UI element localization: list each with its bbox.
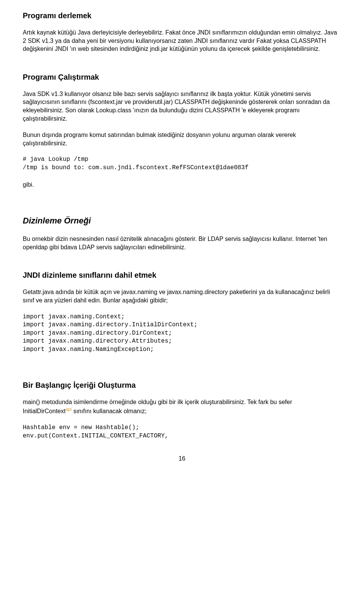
- paragraph-dizinleme-intro: Bu ornekbir dizin nesnesinden nasıl özni…: [23, 235, 341, 251]
- paragraph-run-cmdline: Bunun dışında programı komut satırından …: [23, 131, 341, 147]
- heading-initial-context: Bir Başlangıç İçeriği Oluşturma: [23, 381, 341, 390]
- page-number: 16: [23, 455, 341, 462]
- heading-dizinleme-ornegi: Dizinleme Örneği: [23, 216, 341, 226]
- heading-run: Programı Çalıştırmak: [23, 73, 341, 82]
- paragraph-initialdircontext: main() metodunda isimlendirme örneğinde …: [23, 398, 341, 415]
- paragraph-gibi: gibi.: [23, 181, 341, 189]
- heading-jndi-classes: JNDI dizinleme sınıflarını dahil etmek: [23, 271, 341, 280]
- heading-compile: Programı derlemek: [23, 11, 341, 20]
- code-imports: import javax.naming.Context; import java…: [23, 313, 341, 354]
- paragraph-run-sdk: Java SDK v1.3 kullanıyor olsanız bile ba…: [23, 90, 341, 123]
- paragraph-compile-intro: Artık kaynak kütüğü Java derleyicisiyle …: [23, 28, 341, 53]
- paragraph-getattr-java: Getattr.java adında bir kütük açın ve ja…: [23, 288, 341, 304]
- text-fragment: main() metodunda isimlendirme örneğinde …: [23, 399, 292, 414]
- code-lookup-output: # java Lookup /tmp /tmp is bound to: com…: [23, 156, 341, 172]
- text-fragment: sınıfını kullanacak olmanız;: [72, 408, 146, 414]
- code-hashtable-env: Hashtable env = new Hashtable(); env.put…: [23, 424, 341, 440]
- document-page: Programı derlemek Artık kaynak kütüğü Ja…: [0, 0, 364, 477]
- api-superscript: api: [66, 407, 72, 412]
